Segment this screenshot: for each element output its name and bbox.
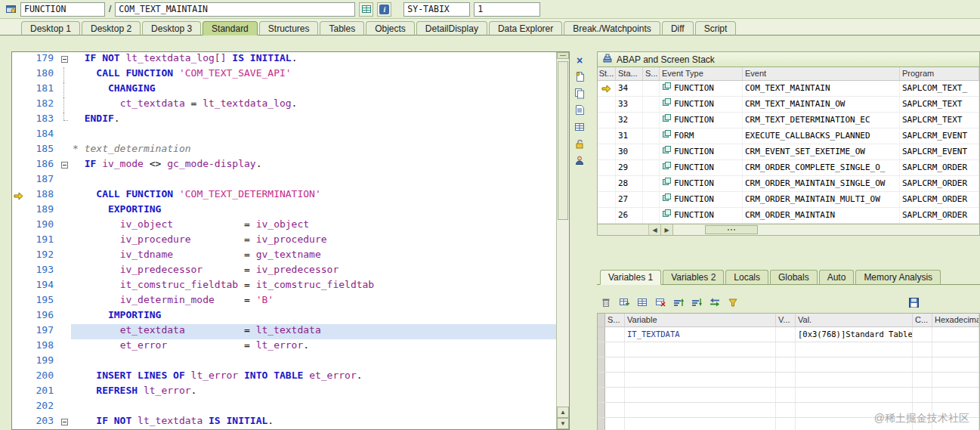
breakpoint-gutter[interactable] <box>12 82 24 97</box>
tab-standard[interactable]: Standard <box>202 21 258 36</box>
variables-column-header-c[interactable]: C... <box>913 314 932 326</box>
breakpoint-gutter[interactable] <box>12 173 24 188</box>
breakpoint-gutter[interactable] <box>12 354 24 370</box>
tab-globals[interactable]: Globals <box>770 270 818 285</box>
stack-row-34[interactable]: 34FUNCTIONCOM_TEXT_MAINTAINSAPLCOM_TEXT_ <box>598 81 979 97</box>
fold-toggle-icon[interactable] <box>57 158 71 173</box>
code-line-188[interactable]: 188 CALL FUNCTION 'COM_TEXT_DETERMINATIO… <box>12 188 556 203</box>
stack-row-30[interactable]: 30FUNCTIONCRM_EVENT_SET_EXETIME_OWSAPLCR… <box>598 144 979 160</box>
scroll-right-button[interactable]: ▶ <box>661 224 673 235</box>
stack-row-33[interactable]: 33FUNCTIONCRM_TEXT_MAINTAIN_OWSAPLCRM_TE… <box>598 97 979 113</box>
variable-name[interactable] <box>625 388 776 402</box>
variables-column-header-val[interactable]: Val. <box>796 314 913 326</box>
variable-name[interactable] <box>625 357 776 372</box>
code-line-203[interactable]: 203 IF NOT lt_textdata IS INITIAL. <box>12 415 556 429</box>
fold-toggle-icon[interactable] <box>57 415 71 429</box>
duplicate-tool-icon[interactable] <box>572 86 587 101</box>
insert-row-icon[interactable] <box>617 296 631 309</box>
code-line-199[interactable]: 199 <box>12 354 556 370</box>
tab-data-explorer[interactable]: Data Explorer <box>489 21 562 36</box>
stack-column-header-program[interactable]: Program <box>900 67 979 80</box>
code-line-185[interactable]: 185* text_determination <box>12 143 556 158</box>
table-tool-icon[interactable] <box>572 119 587 134</box>
breakpoint-gutter[interactable] <box>12 128 24 143</box>
variable-row-it-textdata[interactable]: IT_TEXTDATA[0x3(768)]Standard Table <box>598 327 979 342</box>
hscroll-thumb[interactable] <box>705 225 758 234</box>
breakpoint-gutter[interactable] <box>12 52 24 67</box>
program-name-field[interactable] <box>115 2 355 17</box>
row-selector[interactable] <box>598 403 605 417</box>
code-line-195[interactable]: 195 iv_determin_mode = 'B' <box>12 294 556 309</box>
tab-objects[interactable]: Objects <box>366 21 415 36</box>
new-tool-icon[interactable] <box>572 70 587 84</box>
code-line-186[interactable]: 186 IF iv_mode <> gc_mode-display. <box>12 158 556 173</box>
variable-row-empty[interactable] <box>598 357 979 373</box>
breakpoint-gutter[interactable] <box>12 385 24 400</box>
variables-column-header-s[interactable]: S... <box>605 314 625 326</box>
close-tool-icon[interactable]: × <box>572 53 587 67</box>
variable-name[interactable] <box>625 403 776 417</box>
delete-rows-icon[interactable] <box>654 296 667 309</box>
code-line-187[interactable]: 187 <box>12 173 556 188</box>
hscroll-track[interactable] <box>673 224 979 235</box>
code-line-198[interactable]: 198 et_error = lt_error. <box>12 339 556 354</box>
tab-structures[interactable]: Structures <box>259 21 319 36</box>
stack-column-header-st[interactable]: St... <box>598 67 616 80</box>
breakpoint-gutter[interactable] <box>12 400 24 415</box>
tab-auto[interactable]: Auto <box>819 270 855 285</box>
breakpoint-gutter[interactable] <box>12 218 24 234</box>
breakpoint-gutter[interactable] <box>12 339 24 354</box>
code-line-179[interactable]: 179 IF NOT lt_textdata_log[] IS INITIAL. <box>12 52 556 67</box>
breakpoint-gutter[interactable] <box>12 158 24 173</box>
watch-value-field[interactable] <box>474 2 540 17</box>
sort-ascending-icon[interactable] <box>672 296 685 309</box>
code-line-193[interactable]: 193 iv_predecessor = iv_predecessor <box>12 264 556 279</box>
code-line-191[interactable]: 191 iv_procedure = iv_procedure <box>12 234 556 249</box>
code-line-189[interactable]: 189 EXPORTING <box>12 203 556 218</box>
save-icon[interactable] <box>907 296 920 309</box>
code-line-202[interactable]: 202 <box>12 400 556 415</box>
sort-descending-icon[interactable] <box>690 296 703 309</box>
program-type-field[interactable] <box>20 2 105 17</box>
stack-column-header-sta[interactable]: Sta... <box>616 67 643 80</box>
code-line-201[interactable]: 201 REFRESH lt_error. <box>12 385 556 400</box>
code-line-190[interactable]: 190 iv_object = iv_object <box>12 218 556 234</box>
breakpoint-gutter[interactable] <box>12 203 24 218</box>
variables-column-header-variable[interactable]: Variable <box>625 314 776 326</box>
breakpoint-gutter[interactable] <box>12 249 24 264</box>
scrollbar-track[interactable] <box>557 59 569 407</box>
info-button[interactable]: i <box>377 2 391 17</box>
scrollbar-splitter[interactable] <box>557 52 569 59</box>
watch-variable-field[interactable] <box>403 2 470 17</box>
stack-row-28[interactable]: 28FUNCTIONCRM_ORDER_MAINTAIN_SINGLE_OWSA… <box>598 176 979 192</box>
row-selector[interactable] <box>598 357 605 372</box>
variable-name[interactable]: IT_TEXTDATA <box>625 327 776 342</box>
tab-diff[interactable]: Diff <box>662 21 694 36</box>
code-line-196[interactable]: 196 IMPORTING <box>12 309 556 324</box>
delete-icon[interactable] <box>599 296 613 309</box>
stack-column-header-s[interactable]: S... <box>643 67 660 80</box>
tab-memory-analysis[interactable]: Memory Analysis <box>855 270 941 285</box>
structure-display-button[interactable] <box>359 2 373 17</box>
stack-row-31[interactable]: 31FORMEXECUTE_CALLBACKS_PLANNEDSAPLCRM_E… <box>598 128 979 144</box>
editor-scrollbar[interactable]: ▲ ▼ <box>556 52 569 429</box>
row-selector[interactable] <box>598 342 605 357</box>
breakpoint-gutter[interactable] <box>12 294 24 309</box>
variable-row-empty[interactable] <box>598 342 979 357</box>
variable-name[interactable] <box>625 418 776 430</box>
breakpoint-gutter[interactable] <box>12 370 24 385</box>
variable-name[interactable] <box>625 342 776 357</box>
stack-column-header-event-type[interactable]: Event Type <box>660 67 743 80</box>
stack-row-26[interactable]: 26FUNCTIONCRM_ORDER_MAINTAINSAPLCRM_ORDE… <box>598 208 979 224</box>
code-line-183[interactable]: 183 ENDIF. <box>12 113 556 128</box>
variable-row-empty[interactable] <box>598 388 979 403</box>
tab-desktop-3[interactable]: Desktop 3 <box>142 21 201 36</box>
variables-column-header-hexadecimal-v[interactable]: Hexadecimal V <box>932 314 979 326</box>
breakpoint-gutter[interactable] <box>12 279 24 294</box>
stack-column-header-event[interactable]: Event <box>743 67 900 80</box>
scroll-up-button[interactable]: ▲ <box>557 407 569 418</box>
breakpoint-gutter[interactable] <box>12 415 24 429</box>
unlock-icon[interactable] <box>572 136 587 150</box>
swap-icon[interactable] <box>708 296 722 309</box>
variables-column-header-v[interactable]: V... <box>776 314 796 326</box>
